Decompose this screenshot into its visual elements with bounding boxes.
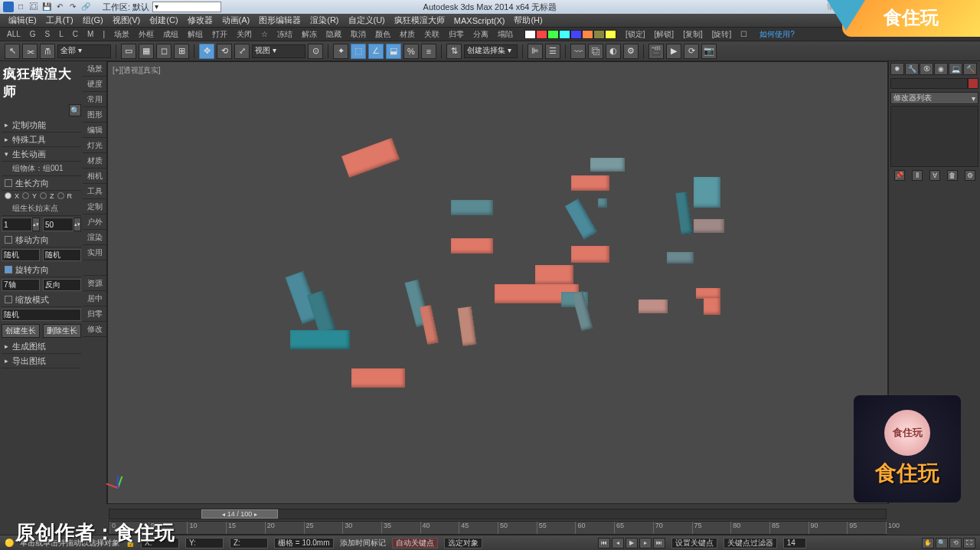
left-tab[interactable]: 实用 [83,245,106,260]
left-tab[interactable]: 渲染 [83,230,106,245]
nav-orbit-icon[interactable]: ⟲ [949,538,962,548]
goto-start-icon[interactable]: ⏮ [598,538,610,548]
render-setup-icon[interactable]: ⚙ [623,44,639,59]
scene-object[interactable] [696,288,720,299]
scene-object[interactable] [694,177,720,208]
select-name-icon[interactable]: ▦ [139,44,154,59]
unlink-icon[interactable]: ⫚ [40,44,55,59]
qat-open-icon[interactable]: ⿴ [28,1,39,11]
display-tab-icon[interactable]: 💻 [949,63,962,75]
select-link-icon[interactable]: ⫘ [22,44,38,59]
ref-coord[interactable]: 视图 ▾ [252,44,305,58]
menu-item[interactable]: 修改器 [184,15,217,26]
window-cross-icon[interactable]: ⊞ [174,44,189,59]
scene-object[interactable] [590,158,625,172]
filter-letter[interactable]: ALL [5,30,23,38]
filter-word[interactable]: 归零 [446,29,466,40]
scene-object[interactable] [565,198,597,239]
left-tab[interactable]: 相机 [83,169,106,184]
filter-letter[interactable]: M [85,30,96,38]
nav-max-icon[interactable]: ⛶ [963,538,975,548]
menu-item[interactable]: MAXScript(X) [450,16,509,25]
filter-letter[interactable]: G [28,30,38,38]
filter-word[interactable]: 隐藏 [324,29,344,40]
filter-letter[interactable]: L [57,30,66,38]
play-icon[interactable]: ▶ [626,538,638,548]
modifier-stack[interactable] [890,106,978,167]
menu-item[interactable]: 组(G) [79,15,107,26]
render-prod-icon[interactable]: ▶ [666,44,681,59]
left-tab[interactable]: 图形 [83,107,106,123]
color-swatches[interactable] [524,30,616,39]
scene-object[interactable] [675,192,693,235]
scene-object[interactable] [639,300,668,313]
section-export-map[interactable]: ▸导出图纸 [2,354,81,368]
filter-letter[interactable]: C [70,30,80,38]
scale-mode[interactable]: 缩放模式 [2,293,81,307]
render-active-icon[interactable]: 📷 [701,44,717,59]
filter-word[interactable]: 颜色 [373,29,393,40]
create-grow-button[interactable]: 创建生长 [2,324,40,338]
section-gen-map[interactable]: ▸生成图纸 [2,339,81,354]
spinner-snap-icon[interactable]: % [403,44,419,59]
search-icon[interactable]: 🔍 [69,104,81,116]
snap-icon[interactable]: ⬚ [351,44,366,59]
filter-bracket[interactable]: [锁定] [626,29,645,40]
percent-snap-icon[interactable]: ⬓ [386,44,401,59]
filter-word[interactable]: 场景 [112,29,132,40]
filter-word[interactable]: 关联 [422,29,442,40]
nav-zoom-icon[interactable]: 🔍 [936,538,948,548]
left-tab[interactable]: 灯光 [83,138,106,153]
scene-object[interactable] [341,138,400,178]
left-tab[interactable] [83,260,106,276]
nav-pan-icon[interactable]: ✋ [922,538,934,548]
goto-end-icon[interactable]: ⏭ [653,538,665,548]
prev-frame-icon[interactable]: ◂ [612,538,624,548]
left-tab[interactable]: 硬度 [83,77,106,92]
filter-bracket[interactable]: [旋转] [712,29,732,40]
move-icon[interactable]: ✥ [199,44,214,59]
rect-select-icon[interactable]: ◻ [156,44,172,59]
layers-icon[interactable]: ☰ [545,44,560,59]
scene-object[interactable] [572,291,593,331]
menu-item[interactable]: 工具(T) [42,15,77,26]
pin-stack-icon[interactable]: 📌 [894,170,905,181]
scene-object[interactable] [458,306,477,346]
menu-item[interactable]: 渲染(R) [306,15,342,26]
scene-object[interactable] [451,238,493,254]
maxscript-icon[interactable]: 🟡 [5,539,14,547]
left-vert-tabs[interactable]: 场景硬度常用图形编辑灯光材质相机工具定制户外渲染实用资源居中归零修改 [83,61,106,504]
filter-word[interactable]: 打开 [210,29,230,40]
section-special[interactable]: ▸特殊工具 [2,133,81,147]
filter-word[interactable]: 成组 [161,29,181,40]
viewport-label[interactable]: [+][透视][真实] [113,65,161,76]
qat-link-icon[interactable]: 🔗 [80,1,91,11]
left-tab[interactable]: 定制 [83,199,106,214]
scene-object[interactable] [598,198,607,208]
select-icon[interactable]: ↖ [5,44,20,59]
scene-object[interactable] [535,265,573,284]
selected-filter[interactable]: 选定对象 [444,538,482,548]
filter-word[interactable]: 分离 [471,29,491,40]
scene-object[interactable] [694,219,724,233]
angle-snap-icon[interactable]: ∠ [368,44,384,59]
align-icon[interactable]: ⊫ [528,44,543,59]
section-custom[interactable]: ▸定制功能 [2,118,81,133]
filter-word[interactable]: 冻结 [275,29,295,40]
help-link[interactable]: 如何使用? [760,29,795,40]
scene-object[interactable] [571,246,609,263]
scene-object[interactable] [351,368,405,388]
filter-word[interactable]: 外框 [136,29,156,40]
left-tab[interactable]: 常用 [83,92,106,107]
coord-y[interactable]: Y: [185,538,224,548]
coord-z[interactable]: Z: [230,538,268,548]
select-manip-icon[interactable]: ✦ [333,44,348,59]
viewport[interactable]: [+][透视][真实] [107,61,888,504]
filter-letter[interactable]: S [43,30,53,38]
end-input[interactable] [43,218,74,231]
setkey-button[interactable]: 设置关键点 [671,538,717,548]
left-tab[interactable]: 材质 [83,153,106,169]
menu-item[interactable]: 图形编辑器 [255,15,305,26]
menu-item[interactable]: 动画(A) [218,15,254,26]
qat-redo-icon[interactable]: ↷ [67,1,78,11]
